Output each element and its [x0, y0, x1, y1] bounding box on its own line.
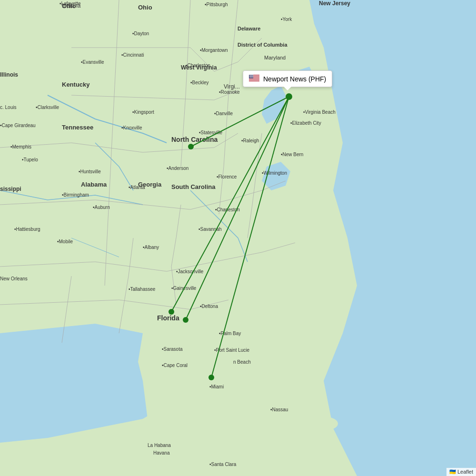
airport-dot-tampa[interactable]	[169, 309, 174, 315]
label-delaware: Delaware	[238, 26, 260, 31]
us-flag-icon	[249, 75, 259, 81]
svg-rect-13	[249, 80, 259, 81]
svg-point-45	[251, 77, 251, 78]
city-jacksonville: •Jacksonville	[176, 269, 203, 274]
svg-point-15	[249, 75, 250, 75]
label-dc: District of Columbia	[238, 42, 288, 48]
city-wilmington: •Wilmington	[262, 170, 287, 176]
svg-point-17	[251, 75, 251, 75]
svg-point-34	[251, 76, 251, 77]
city-elizabeth-city: •Elizabeth City	[290, 120, 321, 126]
city-albany: •Albany	[143, 245, 159, 250]
svg-point-23	[251, 75, 251, 76]
city-raleigh: •Raleigh	[241, 138, 259, 143]
city-sarasota: •Sarasota	[162, 347, 183, 352]
city-evansville: •Evansville	[81, 60, 104, 65]
city-auburn: •Auburn	[93, 205, 110, 210]
city-huntsville: •Huntsville	[79, 169, 101, 174]
city-charleston-wv: •Charleston	[186, 63, 210, 68]
svg-point-31	[253, 76, 253, 76]
city-savannah: •Savannah	[198, 227, 222, 232]
leaflet-attribution[interactable]: 🇺🇦 Leaflet	[446, 468, 476, 476]
svg-point-26	[249, 76, 250, 76]
svg-point-2	[300, 433, 319, 443]
city-dayton: •Dayton	[132, 31, 149, 36]
svg-point-24	[252, 75, 252, 76]
svg-point-16	[250, 75, 250, 75]
map-background	[0, 0, 476, 476]
airport-dot-charlotte[interactable]	[188, 144, 194, 149]
city-virginia-beach: •Virginia Beach	[303, 109, 336, 115]
svg-point-33	[250, 76, 251, 77]
city-nassau: •Nassau	[270, 407, 288, 412]
tooltip-airport-name: Newport News (PHF)	[263, 75, 326, 83]
map-container: Ohio Ohio Indiana Kentucky Tennessee Ala…	[0, 0, 476, 476]
leaflet-label: Leaflet	[457, 469, 473, 475]
city-havana2: Havana	[153, 450, 169, 456]
svg-point-41	[252, 77, 253, 77]
airport-tooltip[interactable]: Newport News (PHF)	[243, 70, 332, 87]
city-charleston-sc: •Charleston	[215, 207, 240, 212]
svg-point-25	[252, 75, 253, 76]
city-tallahassee: •Tallahassee	[129, 287, 155, 292]
city-port-saint-lucie: •Port Saint Lucie	[214, 347, 249, 353]
svg-point-27	[250, 76, 250, 76]
city-roanoke: •Roanoke	[219, 89, 240, 95]
svg-point-37	[249, 77, 250, 77]
svg-point-44	[250, 77, 251, 78]
airport-dot-fort-lauderdale[interactable]	[208, 375, 214, 380]
city-birmingham: •Birmingham	[62, 192, 89, 198]
svg-point-32	[249, 76, 250, 77]
label-virginia: Virgi...	[224, 83, 240, 90]
city-hattiesburg: •Hattiesburg	[14, 227, 40, 232]
city-cape-girardeau: •Cape Girardeau	[0, 123, 36, 128]
city-stlouis: c. Louis	[0, 105, 16, 110]
label-mississippi: sissippi	[0, 186, 21, 192]
city-clarksville: •Clarksville	[36, 105, 59, 110]
airport-dot-phf[interactable]	[286, 93, 292, 100]
city-danville: •Danville	[214, 111, 233, 116]
svg-point-36	[252, 76, 253, 77]
city-statesville: •Statesville	[199, 130, 222, 135]
label-south-carolina: South Carolina	[171, 183, 215, 190]
city-deltona: •Deltona	[200, 304, 218, 309]
label-kentucky: Kentucky	[62, 81, 90, 88]
svg-rect-11	[249, 79, 259, 79]
svg-point-40	[251, 77, 252, 77]
ukraine-flag: 🇺🇦	[449, 469, 456, 475]
svg-point-42	[253, 77, 253, 77]
label-alabama: Alabama	[81, 181, 107, 188]
svg-point-28	[251, 76, 251, 76]
label-new-jersey: New Jersey	[319, 0, 350, 7]
city-beach: n Beach	[233, 359, 251, 365]
label-maryland: Maryland	[264, 55, 286, 60]
svg-point-46	[252, 77, 252, 78]
city-tupelo: •Tupelo	[22, 157, 38, 162]
city-york: •York	[281, 17, 292, 22]
city-morgantown: •Morgantown	[200, 48, 228, 53]
svg-point-39	[251, 77, 251, 77]
svg-point-30	[252, 76, 253, 76]
city-pittsburgh: •Pittsburgh	[205, 2, 228, 7]
city-new-orleans: New Orleans	[0, 276, 28, 281]
city-palm-bay: •Palm Bay	[219, 331, 241, 336]
city-florence: •Florence	[217, 174, 237, 179]
label-ohio-text: Ohio	[138, 4, 152, 11]
label-north-carolina: North Carolina	[171, 136, 218, 143]
city-atlanta: •Atlanta	[129, 185, 145, 190]
svg-point-18	[251, 75, 252, 75]
label-illinois: Illinois	[0, 71, 18, 78]
city-miami: •Miami	[209, 384, 224, 389]
city-lafayette: •Lafayette	[60, 1, 81, 6]
svg-point-47	[252, 77, 253, 78]
airport-dot-orlando[interactable]	[183, 317, 188, 323]
city-cape-coral: •Cape Coral	[162, 363, 188, 368]
svg-point-29	[251, 76, 252, 76]
svg-point-20	[253, 75, 253, 75]
label-florida: Florida	[157, 314, 179, 322]
svg-point-21	[249, 75, 250, 76]
city-mobile: •Mobile	[57, 239, 73, 244]
label-tennessee: Tennessee	[62, 124, 93, 131]
city-havana: La Habana	[148, 443, 171, 448]
svg-point-43	[249, 77, 250, 78]
